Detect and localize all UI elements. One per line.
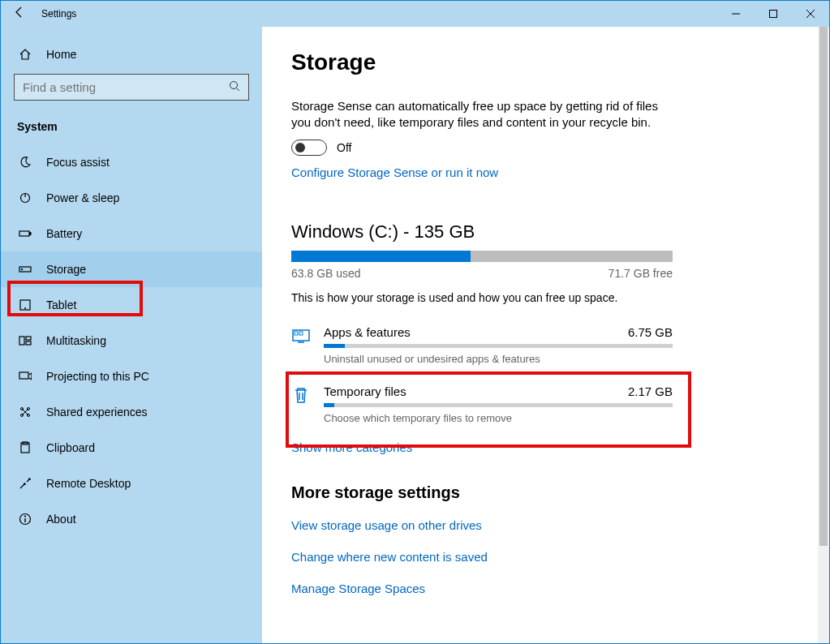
home-nav[interactable]: Home — [1, 41, 262, 67]
svg-point-11 — [21, 268, 23, 270]
sidebar-item-about[interactable]: About — [1, 501, 262, 537]
power-icon — [19, 191, 32, 204]
titlebar: Settings — [1, 1, 829, 27]
home-icon — [19, 48, 32, 61]
svg-point-28 — [24, 516, 25, 517]
page-title: Storage — [291, 49, 800, 75]
multitasking-icon — [19, 334, 32, 347]
search-input-wrap[interactable] — [14, 74, 249, 101]
manage-storage-spaces-link[interactable]: Manage Storage Spaces — [291, 582, 800, 595]
svg-rect-16 — [26, 341, 31, 345]
minimize-button[interactable] — [717, 1, 755, 27]
search-icon — [229, 80, 240, 94]
shared-icon — [19, 406, 32, 419]
sidebar-item-label: Battery — [46, 227, 82, 240]
svg-rect-9 — [30, 233, 32, 235]
close-button[interactable] — [792, 1, 829, 27]
configure-storage-sense-link[interactable]: Configure Storage Sense or run it now — [291, 165, 800, 179]
drive-free-label: 71.7 GB free — [609, 267, 673, 280]
window-title: Settings — [38, 8, 717, 19]
sidebar-item-label: Clipboard — [46, 441, 95, 454]
home-label: Home — [46, 48, 76, 61]
svg-rect-1 — [770, 11, 777, 18]
remote-desktop-icon — [19, 477, 32, 490]
sidebar-item-label: Projecting to this PC — [46, 370, 149, 383]
sidebar-item-clipboard[interactable]: Clipboard — [1, 430, 262, 466]
search-input[interactable] — [23, 80, 229, 94]
storage-sense-description: Storage Sense can automatically free up … — [291, 98, 664, 131]
battery-icon — [19, 227, 32, 240]
projecting-icon — [19, 370, 32, 383]
toggle-state-label: Off — [337, 141, 351, 154]
sidebar-item-power-sleep[interactable]: Power & sleep — [1, 180, 262, 216]
drive-subdesc: This is how your storage is used and how… — [291, 291, 800, 304]
sidebar-item-label: Focus assist — [46, 156, 110, 169]
content-area: Storage Storage Sense can automatically … — [262, 27, 829, 643]
svg-point-4 — [230, 82, 238, 89]
category-size: 6.75 GB — [628, 325, 673, 339]
svg-rect-17 — [19, 372, 28, 379]
category-sub: Uninstall unused or undesired apps & fea… — [324, 353, 673, 365]
sidebar-item-battery[interactable]: Battery — [1, 216, 262, 251]
sidebar-item-label: About — [46, 513, 76, 526]
clipboard-icon — [19, 441, 32, 454]
drive-used-label: 63.8 GB used — [291, 267, 361, 280]
svg-rect-15 — [26, 337, 31, 340]
view-storage-other-drives-link[interactable]: View storage usage on other drives — [291, 518, 800, 532]
category-name: Apps & features — [324, 325, 411, 339]
tablet-icon — [19, 298, 32, 311]
sidebar-item-label: Storage — [46, 263, 86, 276]
sidebar-item-label: Remote Desktop — [46, 477, 131, 490]
moon-icon — [19, 156, 32, 169]
svg-rect-30 — [295, 332, 298, 335]
change-where-content-saved-link[interactable]: Change where new content is saved — [291, 550, 800, 564]
section-title: System — [1, 115, 262, 144]
highlight-temporary-files — [286, 371, 691, 448]
sidebar-item-projecting[interactable]: Projecting to this PC — [1, 358, 262, 394]
more-storage-heading: More storage settings — [291, 483, 800, 502]
svg-rect-8 — [19, 231, 29, 236]
svg-rect-31 — [299, 332, 303, 335]
sidebar-item-label: Power & sleep — [46, 191, 119, 204]
sidebar-item-shared-experiences[interactable]: Shared experiences — [1, 394, 262, 430]
sidebar-item-multitasking[interactable]: Multitasking — [1, 323, 262, 358]
storage-icon — [19, 263, 32, 276]
sidebar-item-label: Shared experiences — [46, 406, 148, 419]
sidebar-item-focus-assist[interactable]: Focus assist — [1, 144, 262, 180]
apps-icon — [291, 325, 311, 365]
svg-line-5 — [237, 88, 240, 92]
drive-title: Windows (C:) - 135 GB — [291, 221, 800, 243]
back-button[interactable] — [1, 6, 38, 22]
scrollbar-thumb[interactable] — [819, 27, 828, 546]
sidebar-item-label: Tablet — [46, 298, 76, 311]
sidebar-item-tablet[interactable]: Tablet — [1, 287, 262, 323]
svg-rect-14 — [19, 337, 24, 345]
info-icon — [19, 513, 32, 526]
drive-usage-bar — [291, 251, 673, 262]
svg-point-13 — [24, 307, 25, 308]
sidebar-item-remote-desktop[interactable]: Remote Desktop — [1, 466, 262, 501]
sidebar-item-storage[interactable]: Storage — [1, 251, 262, 287]
storage-sense-toggle[interactable] — [291, 140, 327, 156]
sidebar-item-label: Multitasking — [46, 334, 106, 347]
category-apps-features[interactable]: Apps & features 6.75 GB Uninstall unused… — [291, 322, 673, 365]
drive-usage-fill — [291, 251, 471, 262]
scrollbar-track[interactable] — [818, 27, 829, 643]
maximize-button[interactable] — [755, 1, 792, 27]
sidebar: Home System Focus assist Power & — [1, 27, 262, 643]
